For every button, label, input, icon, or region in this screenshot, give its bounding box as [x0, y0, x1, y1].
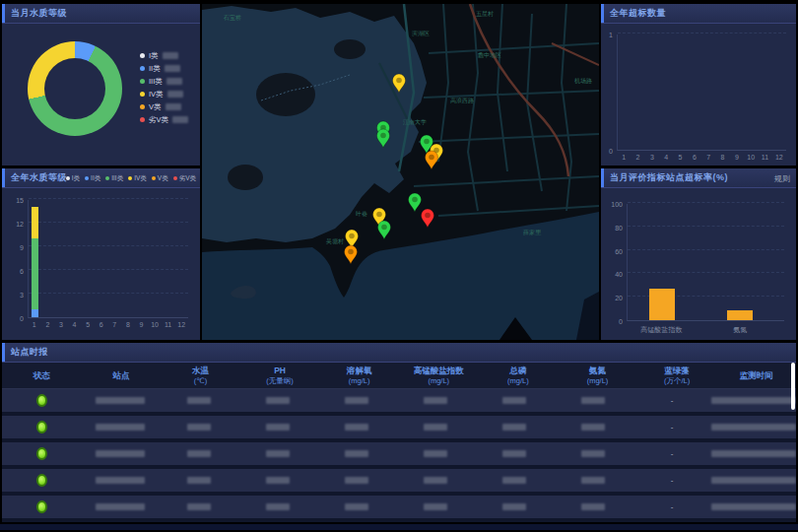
gridline [628, 226, 784, 227]
value-redacted [345, 450, 368, 457]
x-axis-tick: 3 [59, 321, 63, 328]
x-axis-tick: 11 [165, 321, 171, 328]
column-header-label: 状态 [33, 370, 50, 380]
legend-item[interactable]: 劣V类 [173, 174, 196, 183]
table-row[interactable]: - [2, 416, 796, 438]
column-header-label: 溶解氧 [347, 366, 372, 375]
algae-cell: - [632, 502, 711, 511]
legend-item[interactable]: III类 [105, 174, 123, 183]
value-redacted [266, 450, 290, 457]
month-rate-plot [627, 204, 784, 321]
legend-item[interactable]: II类 [140, 62, 188, 75]
map-place-label: 机场路 [574, 78, 592, 85]
legend-value-redacted [166, 78, 182, 85]
scrollbar-thumb[interactable] [791, 363, 795, 410]
table-row[interactable]: - [2, 389, 796, 412]
station-cell [81, 424, 160, 431]
x-axis-tick: 12 [775, 154, 783, 161]
map-place-label: 滨湖区 [412, 30, 430, 36]
value-redacted [266, 477, 290, 484]
table-row[interactable]: - [2, 469, 796, 492]
table-header-row: 状态站点水温(℃)PH(无量纲)溶解氧(mg/L)高锰酸盐指数(mg/L)总磷(… [2, 363, 796, 389]
value-redacted [266, 397, 290, 404]
algae-cell: - [632, 476, 711, 485]
column-header-unit: (万个/L) [664, 376, 690, 385]
legend-dot [140, 53, 145, 58]
value-redacted [502, 503, 526, 510]
value-redacted [187, 424, 211, 431]
y-axis-tick: 15 [16, 197, 24, 204]
legend-item[interactable]: IV类 [140, 88, 188, 100]
gridline [628, 272, 784, 273]
legend-label: 劣V类 [179, 174, 196, 183]
value-redacted [187, 450, 211, 457]
map-pin-center [376, 212, 382, 218]
table-row[interactable]: - [2, 496, 796, 518]
x-axis-tick: 9 [140, 321, 144, 328]
x-axis-tick: 5 [86, 321, 90, 328]
x-axis-tick: 2 [636, 154, 640, 161]
legend-item[interactable]: IV类 [128, 174, 147, 183]
value-cell [396, 477, 475, 484]
y-axis-tick: 20 [615, 295, 623, 301]
column-header: 氨氮(mg/L) [558, 363, 637, 388]
x-axis-tick: 4 [664, 154, 668, 161]
month-rate-x-axis: 高锰酸盐指数氨氮 [627, 322, 784, 334]
value-cell [160, 424, 238, 431]
value-redacted [502, 397, 526, 404]
value-cell [160, 397, 238, 404]
panel-month-rate: 当月评价指标站点超标率(%) 规则 020406080100 高锰酸盐指数氨氮 [601, 168, 796, 340]
legend-item[interactable]: V类 [152, 174, 168, 183]
time-redacted [711, 450, 796, 457]
gridline [29, 198, 188, 199]
map-pin-center [348, 249, 354, 255]
panel-title-year-quality: 全年水质等级 [11, 171, 67, 184]
gridline [29, 293, 188, 294]
map-place-label: 五星村 [476, 11, 494, 18]
station-cell [81, 477, 160, 484]
legend-item[interactable]: II类 [85, 174, 100, 183]
map-pin-center [424, 139, 430, 145]
year-quality-y-axis: 03691215 [8, 200, 24, 318]
legend-item[interactable]: 劣V类 [140, 113, 188, 126]
legend-item[interactable]: V类 [140, 100, 188, 113]
legend-item[interactable]: III类 [140, 75, 188, 88]
donut-legend: I类II类III类IV类V类劣V类 [140, 49, 188, 126]
year-quality-plot [28, 200, 188, 318]
map-pin-center [412, 197, 418, 203]
value-redacted [424, 503, 447, 510]
legend-dot [140, 66, 145, 71]
rules-link[interactable]: 规则 [774, 173, 790, 184]
y-axis-tick: 9 [20, 244, 24, 251]
legend-item[interactable]: I类 [140, 49, 188, 62]
map-place-label: 蠡中地区 [478, 51, 501, 58]
value-cell [396, 450, 475, 457]
table-row[interactable]: - [2, 442, 796, 465]
map-island [228, 165, 263, 190]
y-axis-tick: 0 [20, 315, 24, 322]
panel-header: 全年水质等级 I类II类III类IV类V类劣V类 [2, 168, 200, 188]
algae-cell: - [632, 449, 711, 458]
value-redacted [424, 450, 447, 457]
time-cell [711, 477, 796, 484]
legend-item[interactable]: I类 [66, 174, 80, 183]
gridline [628, 202, 784, 203]
column-header-label: 蓝绿藻 [664, 366, 690, 375]
value-redacted [502, 450, 526, 457]
station-name-redacted [96, 450, 145, 457]
legend-dot [152, 176, 156, 180]
value-cell [475, 503, 554, 510]
map-canvas[interactable]: 石宝桥五星村滨湖区蠡中地区高浪西路江南大学机场路叶巷吴塘村薛家里 [202, 4, 599, 340]
legend-dot [140, 92, 145, 97]
legend-value-redacted [163, 52, 178, 59]
x-axis-tick: 7 [112, 321, 116, 328]
x-axis-tick: 9 [735, 154, 739, 161]
bottom-strip [0, 524, 798, 530]
map-place-label: 薛家里 [523, 229, 542, 235]
map-panel[interactable]: 石宝桥五星村滨湖区蠡中地区高浪西路江南大学机场路叶巷吴塘村薛家里 [202, 4, 599, 340]
value-redacted [581, 397, 605, 404]
y-axis-tick: 0 [619, 318, 623, 325]
value-redacted [345, 424, 368, 431]
panel-title-year-exceed: 全年超标数量 [610, 7, 666, 20]
value-redacted [187, 477, 211, 484]
